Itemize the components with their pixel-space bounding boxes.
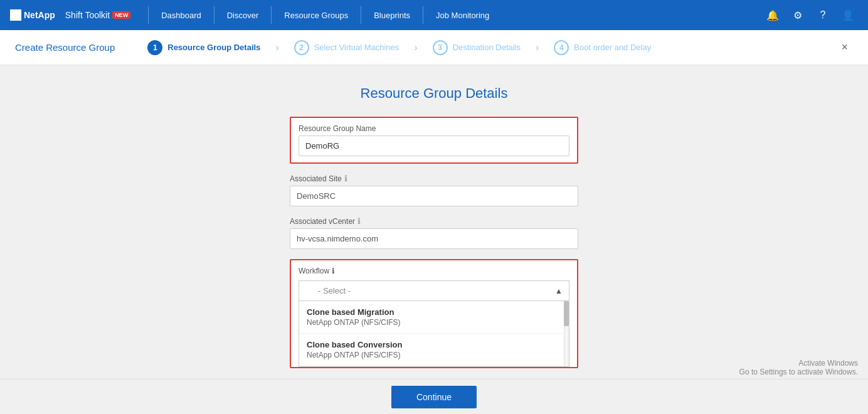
site-field-group: Associated Site ℹ (290, 174, 578, 206)
step-2-circle: 2 (294, 40, 309, 55)
logo-icon (10, 9, 21, 21)
step-3-number: 3 (438, 43, 442, 52)
form-container: Resource Group Name Associated Site ℹ As… (290, 117, 578, 368)
workflow-option-1-title: Clone based Migration (307, 307, 555, 317)
site-label: Associated Site ℹ (290, 174, 578, 183)
step-sep-1: › (275, 42, 278, 53)
step-1-number: 1 (153, 43, 157, 52)
nav-blueprints[interactable]: Blueprints (364, 0, 420, 30)
nav-sep3 (361, 6, 361, 24)
workflow-chevron-icon: ▲ (555, 287, 563, 295)
wizard-step-4[interactable]: 4 Boot order and Delay (541, 40, 664, 55)
step-1-circle: 1 (147, 40, 162, 55)
notification-icon[interactable]: 🔔 (763, 5, 783, 25)
workflow-field-group: Workflow ℹ - Select - ▲ Clone based Migr… (290, 259, 578, 368)
nav-discover[interactable]: Discover (217, 0, 269, 30)
main-content: Resource Group Details Resource Group Na… (0, 65, 868, 414)
nav-dashboard[interactable]: Dashboard (151, 0, 211, 30)
workflow-dropdown: Clone based Migration NetApp ONTAP (NFS/… (299, 301, 569, 367)
settings-icon[interactable]: ⚙ (788, 5, 808, 25)
workflow-option-2-title: Clone based Conversion (307, 340, 555, 349)
step-2-number: 2 (299, 43, 304, 52)
step-3-circle: 3 (433, 40, 448, 55)
step-2-label: Select Virtual Machines (314, 43, 400, 52)
footer-bar: Continue (0, 379, 868, 414)
wizard-steps: 1 Resource Group Details › 2 Select Virt… (135, 40, 836, 55)
logo-text: NetApp (24, 10, 55, 20)
nav-links: Dashboard Discover Resource Groups Bluep… (151, 0, 763, 30)
wizard-step-3[interactable]: 3 Destination Details (420, 40, 533, 55)
top-navigation: NetApp Shift Toolkit NEW Dashboard Disco… (0, 0, 868, 30)
new-badge: NEW (112, 11, 130, 19)
step-4-number: 4 (559, 43, 564, 52)
toolkit-text: Shift Toolkit (65, 10, 110, 20)
scrollbar-thumb (564, 301, 569, 326)
vcenter-info-icon[interactable]: ℹ (357, 216, 361, 226)
nav-sep (214, 6, 214, 24)
workflow-option-2-sub: NetApp ONTAP (NFS/CIFS) (307, 351, 555, 359)
workflow-label: Workflow ℹ (299, 267, 569, 275)
workflow-option-1-sub: NetApp ONTAP (NFS/CIFS) (307, 318, 555, 327)
wizard-header: Create Resource Group 1 Resource Group D… (0, 30, 868, 65)
step-sep-2: › (414, 42, 417, 53)
site-info-icon[interactable]: ℹ (344, 174, 347, 183)
step-1-label: Resource Group Details (167, 43, 260, 52)
netapp-logo: NetApp (10, 9, 55, 21)
continue-button[interactable]: Continue (391, 386, 477, 408)
workflow-option-1[interactable]: Clone based Migration NetApp ONTAP (NFS/… (299, 301, 563, 334)
vcenter-input[interactable] (290, 228, 578, 249)
workflow-placeholder: - Select - (318, 286, 555, 295)
rg-name-input[interactable] (299, 135, 569, 156)
nav-resource-groups[interactable]: Resource Groups (274, 0, 358, 30)
nav-icons: 🔔 ⚙ ? 👤 (763, 5, 858, 25)
workflow-info-icon[interactable]: ℹ (332, 267, 335, 275)
scrollbar-track (564, 301, 569, 366)
wizard-close-button[interactable]: × (836, 38, 853, 56)
rg-name-field-group: Resource Group Name (290, 117, 578, 164)
nav-sep4 (423, 6, 423, 24)
workflow-search-input[interactable] (305, 286, 318, 295)
wizard-title: Create Resource Group (15, 42, 115, 53)
wizard-step-1[interactable]: 1 Resource Group Details (135, 40, 273, 55)
user-icon[interactable]: 👤 (838, 5, 858, 25)
workflow-select[interactable]: - Select - ▲ (299, 280, 569, 301)
site-input[interactable] (290, 186, 578, 206)
shift-toolkit-label: Shift Toolkit NEW (65, 10, 130, 20)
step-sep-3: › (536, 42, 539, 53)
nav-sep2 (271, 6, 272, 24)
step-4-label: Boot order and Delay (574, 43, 651, 52)
logo-area: NetApp (10, 9, 55, 21)
wizard-step-2[interactable]: 2 Select Virtual Machines (282, 40, 412, 55)
workflow-option-2[interactable]: Clone based Conversion NetApp ONTAP (NFS… (299, 334, 563, 366)
help-icon[interactable]: ? (813, 5, 833, 25)
vcenter-field-group: Associated vCenter ℹ (290, 216, 578, 249)
nav-job-monitoring[interactable]: Job Monitoring (426, 0, 499, 30)
step-3-label: Destination Details (453, 43, 521, 52)
step-4-circle: 4 (554, 40, 569, 55)
vcenter-label: Associated vCenter ℹ (290, 216, 578, 226)
rg-name-label: Resource Group Name (299, 124, 569, 133)
form-title: Resource Group Details (361, 85, 508, 102)
nav-divider (148, 6, 149, 24)
